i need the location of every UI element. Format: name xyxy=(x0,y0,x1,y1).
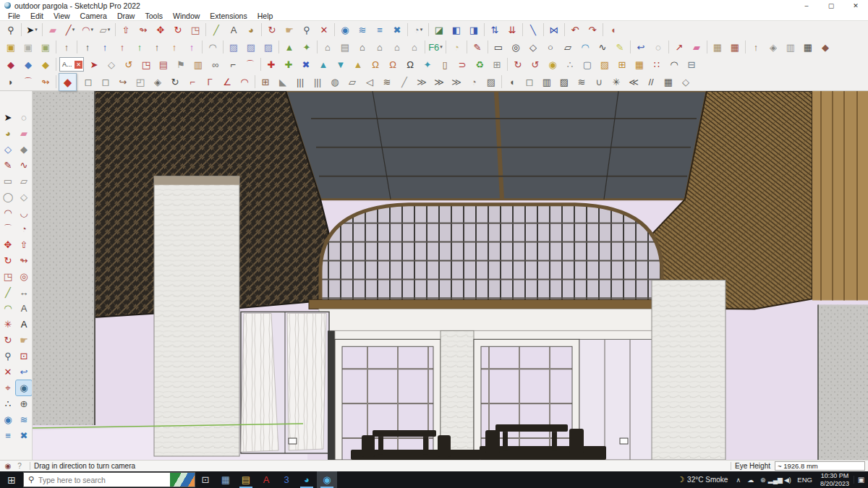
grid-3x3-icon[interactable]: ▦ xyxy=(631,56,647,72)
app-3-taskbar-icon[interactable]: 3 xyxy=(276,471,297,488)
push-brown-icon[interactable]: ↑ xyxy=(59,39,75,55)
dash-arc-icon[interactable]: ◠ xyxy=(666,56,682,72)
rotate-copy-2-icon[interactable]: ↺ xyxy=(527,56,543,72)
draw-polygon-icon[interactable]: ◇ xyxy=(525,39,541,55)
draw-parallelogram-icon[interactable]: ▱ xyxy=(560,39,576,55)
scale-icon[interactable]: ◳ xyxy=(0,269,16,284)
search-input[interactable] xyxy=(38,476,170,484)
text-icon[interactable]: A xyxy=(226,22,242,38)
section-slash-2-icon[interactable]: ▨ xyxy=(243,39,259,55)
copy-stack-icon[interactable]: ⊞ xyxy=(489,56,505,72)
zoom-window-icon[interactable]: ⊡ xyxy=(16,348,32,364)
house-roof-icon[interactable]: ⌂ xyxy=(372,39,388,55)
push-green-v-icon[interactable]: ↑ xyxy=(132,39,148,55)
house-outline-icon[interactable]: ⌂ xyxy=(389,39,405,55)
arrow-red-icon[interactable]: ➤ xyxy=(86,56,102,72)
u-turn-red-icon[interactable]: ⊃ xyxy=(454,56,470,72)
lasso-small-icon[interactable]: ◌ xyxy=(650,39,666,55)
previous-view-icon[interactable]: ↩ xyxy=(16,364,32,380)
panel-curve-icon[interactable]: ◖ xyxy=(504,74,520,90)
taskbar-search[interactable]: ⚲ xyxy=(23,472,195,487)
menu-window[interactable]: Window xyxy=(168,12,205,20)
pan-icon[interactable]: ☛ xyxy=(281,22,297,38)
flip-edge-icon[interactable]: ◆ xyxy=(817,39,833,55)
draw-arc-blue-icon[interactable]: ◠ xyxy=(577,39,593,55)
zoom-icon[interactable]: ⚲ xyxy=(0,348,16,364)
box-yellow-icon[interactable]: ▣ xyxy=(3,39,19,55)
rectangle-icon[interactable]: ▱▾ xyxy=(97,22,113,38)
grid-2x2-icon[interactable]: ⊞ xyxy=(614,56,630,72)
purge-tool-icon[interactable]: ◖ xyxy=(605,22,621,38)
curve-points-icon[interactable]: ⌒ xyxy=(242,56,258,72)
follow-me-icon[interactable]: ↬ xyxy=(135,22,151,38)
diamond-panel-icon[interactable]: ◇ xyxy=(678,74,694,90)
zoom-icon[interactable]: ⚲ xyxy=(299,22,315,38)
star-teal-icon[interactable]: ✦ xyxy=(420,56,435,72)
walk-icon[interactable]: ∴ xyxy=(0,396,16,411)
selection-handle[interactable] xyxy=(289,438,297,444)
toggle-terrain-icon[interactable]: ≋ xyxy=(16,412,32,427)
panel-lines-icon[interactable]: ▤ xyxy=(156,56,171,72)
geolocation-icon[interactable]: ◉ xyxy=(3,461,13,471)
fin-row-icon[interactable]: ||| xyxy=(310,74,326,90)
dimension-icon[interactable]: ↔ xyxy=(16,285,32,300)
draw-rectangle-icon[interactable]: ▭ xyxy=(490,39,506,55)
add-location-icon[interactable]: ◉ xyxy=(337,22,353,38)
protractor-icon[interactable]: ◠ xyxy=(0,301,16,316)
trash-bin-icon[interactable]: ▯ xyxy=(437,56,453,72)
arrows-swap-red-icon[interactable]: ⇊ xyxy=(504,22,520,38)
arc-icon[interactable]: ◠ xyxy=(0,205,16,221)
sketchup-taskbar-icon[interactable]: ◉ xyxy=(317,471,337,488)
zoom-extents-icon[interactable]: ✕ xyxy=(316,22,332,38)
freehand-icon[interactable]: ∿ xyxy=(16,158,32,173)
notifications-button[interactable]: ▣ xyxy=(854,476,868,484)
two-point-arc-icon[interactable]: ◡ xyxy=(16,205,32,221)
eraser-icon[interactable]: ▰ xyxy=(45,22,61,38)
horseshoe-3-icon[interactable]: Ω xyxy=(402,56,418,72)
language-indicator[interactable]: ENG xyxy=(793,476,816,484)
draw-ellipse-icon[interactable]: ○ xyxy=(542,39,558,55)
blade-tool-icon[interactable]: ◆ xyxy=(16,142,32,157)
fin-arrow-1-icon[interactable]: ≫ xyxy=(414,74,430,90)
box-green-icon[interactable]: ▣ xyxy=(38,39,54,55)
menu-tools[interactable]: Tools xyxy=(140,12,168,20)
weld-edges-icon[interactable]: ╲ xyxy=(525,22,541,38)
pie-icon[interactable]: ◔ xyxy=(16,221,32,236)
horseshoe-2-icon[interactable]: Ω xyxy=(385,56,401,72)
position-camera-icon[interactable]: ⌖ xyxy=(0,380,16,395)
louver-row-icon[interactable]: ||| xyxy=(292,74,308,90)
menu-file[interactable]: File xyxy=(3,12,25,20)
extension-warehouse-icon[interactable]: ✖ xyxy=(16,428,32,443)
fin-left-icon[interactable]: ≪ xyxy=(626,74,642,90)
corner-tool-1-icon[interactable]: ⌐ xyxy=(184,74,200,90)
door-frame-icon[interactable]: ◻ xyxy=(522,74,537,90)
task-view-taskbar-icon[interactable]: ⊡ xyxy=(195,471,216,488)
fin-block-icon[interactable]: ▥ xyxy=(539,74,555,90)
move-icon[interactable]: ✥ xyxy=(153,22,169,38)
menu-extensions[interactable]: Extensions xyxy=(205,12,252,20)
solid-subtract-icon[interactable]: ◧ xyxy=(448,22,464,38)
circle-icon[interactable]: ◯ xyxy=(0,189,16,205)
house-iso-icon[interactable]: ⌂ xyxy=(320,39,336,55)
corner-tool-2-icon[interactable]: Γ xyxy=(202,74,218,90)
grid-boxes-icon[interactable]: ⊟ xyxy=(684,56,699,72)
position-target-icon[interactable]: ⊕ xyxy=(16,396,32,411)
style-yellow-icon[interactable]: ◆ xyxy=(38,56,54,72)
fin-star-icon[interactable]: ✳ xyxy=(608,74,624,90)
curve-handle-icon[interactable]: ↪ xyxy=(115,74,131,90)
fin-arrow-3-icon[interactable]: ≫ xyxy=(448,74,464,90)
make-component-icon[interactable]: ◇ xyxy=(0,142,16,157)
network-icon[interactable]: ▂▄▆ xyxy=(769,471,781,488)
look-around-icon[interactable]: ◉ xyxy=(16,380,32,395)
fin-diag-icon[interactable]: // xyxy=(643,74,659,90)
box-orange-icon[interactable]: ▥ xyxy=(190,56,206,72)
orbit-icon[interactable]: ↻ xyxy=(264,22,280,38)
spiral-icon[interactable]: ↻ xyxy=(167,74,183,90)
scatter-icon[interactable]: ∴ xyxy=(562,56,578,72)
flag-icon[interactable]: ⚑ xyxy=(173,56,189,72)
house-flat-icon[interactable]: ⌂ xyxy=(407,39,422,55)
zoom-extents-icon[interactable]: ✕ xyxy=(0,364,16,380)
round-array-icon[interactable]: ◍ xyxy=(327,74,343,90)
rotate-icon[interactable]: ↻ xyxy=(0,253,16,268)
curve-dots-red-icon[interactable]: ⌒ xyxy=(20,74,36,90)
